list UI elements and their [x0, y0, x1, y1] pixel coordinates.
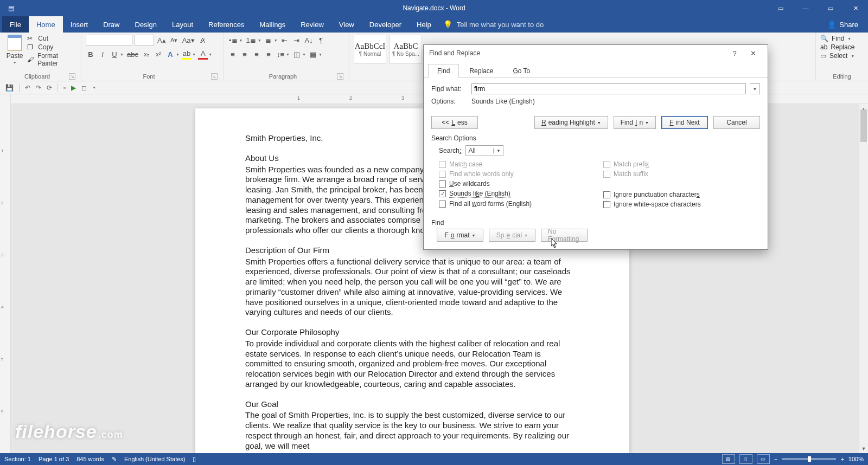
paragraph-launcher[interactable]: ↘: [337, 73, 343, 80]
dialog-tab-find[interactable]: Find: [428, 64, 459, 78]
ribbon-display-options[interactable]: ▭: [768, 0, 793, 16]
zoom-out-button[interactable]: −: [774, 456, 777, 462]
bullets-button[interactable]: •≣▼: [228, 35, 243, 46]
qat-refresh-icon[interactable]: ⟳: [47, 84, 52, 92]
vertical-ruler[interactable]: 1 2 3 4 5 6: [0, 94, 11, 453]
strikethrough-button[interactable]: abc: [126, 49, 139, 60]
superscript-button[interactable]: x²: [154, 49, 163, 60]
font-size-combo[interactable]: [135, 35, 154, 46]
status-spellcheck-icon[interactable]: ✎: [112, 456, 117, 463]
all-word-forms-checkbox[interactable]: Find all word forms (English): [439, 200, 596, 208]
shading-button[interactable]: ◫▼: [292, 49, 306, 60]
tab-view[interactable]: View: [331, 16, 362, 33]
view-web-layout[interactable]: ▭: [757, 454, 770, 464]
use-wildcards-checkbox[interactable]: Use wildcards: [439, 180, 596, 188]
dialog-help-button[interactable]: ?: [725, 45, 744, 61]
find-next-button[interactable]: Find Next: [661, 116, 708, 129]
text-effects-button[interactable]: A▼: [165, 49, 180, 60]
status-section[interactable]: Section: 1: [4, 456, 31, 462]
sounds-like-checkbox[interactable]: ✓Sounds like (English): [439, 190, 596, 198]
dialog-tab-goto[interactable]: Go To: [503, 64, 539, 78]
select-button[interactable]: ▭Select ▼: [820, 52, 864, 60]
tell-me-search[interactable]: 💡 Tell me what you want to do: [443, 16, 544, 33]
tab-file[interactable]: File: [2, 16, 29, 33]
format-button[interactable]: Format▼: [437, 229, 483, 242]
shrink-font-button[interactable]: A▾: [169, 35, 179, 46]
tab-design[interactable]: Design: [127, 16, 164, 33]
find-what-input[interactable]: [471, 83, 746, 94]
align-right-button[interactable]: ≡: [252, 49, 261, 60]
tab-home[interactable]: Home: [29, 16, 63, 33]
subscript-button[interactable]: x₂: [142, 49, 151, 60]
sort-button[interactable]: A↓: [304, 35, 314, 46]
tab-draw[interactable]: Draw: [95, 16, 127, 33]
maximize-button[interactable]: ▭: [818, 0, 843, 16]
replace-button[interactable]: abReplace: [820, 43, 864, 51]
clipboard-launcher[interactable]: ↘: [69, 73, 75, 80]
show-marks-button[interactable]: ¶: [316, 35, 326, 46]
italic-button[interactable]: I: [98, 49, 107, 60]
close-window-button[interactable]: ✕: [843, 0, 868, 16]
dialog-titlebar[interactable]: Find and Replace ? ✕: [424, 45, 768, 61]
tab-mailings[interactable]: Mailings: [252, 16, 293, 33]
borders-button[interactable]: ▦▼: [308, 49, 322, 60]
grow-font-button[interactable]: A▴: [156, 35, 167, 46]
copy-button[interactable]: ❐Copy: [27, 43, 76, 51]
scroll-thumb[interactable]: [860, 109, 867, 142]
status-words[interactable]: 845 words: [76, 456, 104, 462]
format-painter-button[interactable]: 🖌Format Painter: [27, 52, 76, 67]
dialog-tab-replace[interactable]: Replace: [460, 64, 502, 78]
font-launcher[interactable]: ↘: [211, 73, 218, 80]
line-spacing-button[interactable]: ↕≡▼: [276, 49, 290, 60]
ignore-punctuation-checkbox[interactable]: Ignore punctuation characters: [603, 191, 760, 198]
status-macro-icon[interactable]: ▯: [193, 456, 196, 463]
zoom-in-button[interactable]: +: [840, 456, 844, 462]
cancel-button[interactable]: Cancel: [713, 116, 760, 129]
less-button[interactable]: << Less: [431, 116, 478, 129]
decrease-indent-button[interactable]: ⇤: [280, 35, 290, 46]
qat-save-icon[interactable]: 💾: [5, 84, 14, 92]
view-read-mode[interactable]: ▤: [722, 454, 735, 464]
qat-play-icon[interactable]: ▶: [71, 84, 76, 92]
find-what-dropdown[interactable]: ▼: [750, 83, 760, 94]
tab-help[interactable]: Help: [409, 16, 439, 33]
status-page[interactable]: Page 1 of 3: [39, 456, 69, 462]
increase-indent-button[interactable]: ⇥: [292, 35, 302, 46]
reading-highlight-button[interactable]: Reading Highlight▼: [534, 116, 608, 129]
find-in-button[interactable]: Find In▼: [614, 116, 656, 129]
style-normal[interactable]: AaBbCcI ¶ Normal: [354, 35, 386, 64]
clear-formatting-button[interactable]: A̷: [198, 35, 208, 46]
tab-insert[interactable]: Insert: [63, 16, 96, 33]
special-button[interactable]: Special▼: [489, 229, 535, 242]
font-name-combo[interactable]: [86, 35, 132, 46]
underline-button[interactable]: U▼: [110, 49, 124, 60]
tab-review[interactable]: Review: [293, 16, 331, 33]
qat-redo-icon[interactable]: ↷: [36, 84, 41, 92]
bold-button[interactable]: B: [86, 49, 95, 60]
paste-button[interactable]: Paste ▼: [4, 35, 25, 64]
search-direction-select[interactable]: All ▼: [465, 145, 503, 156]
numbering-button[interactable]: 1≣▼: [245, 35, 261, 46]
change-case-button[interactable]: Aa▾: [181, 35, 196, 46]
vertical-scrollbar[interactable]: ▲ ▼: [859, 104, 868, 453]
align-center-button[interactable]: ≡: [240, 49, 250, 60]
view-print-layout[interactable]: ▯: [739, 454, 752, 464]
zoom-level[interactable]: 100%: [848, 456, 864, 462]
share-button[interactable]: 👤 Share: [820, 16, 866, 33]
highlight-button[interactable]: ab▼: [182, 49, 196, 60]
multilevel-list-button[interactable]: ≣▼: [264, 35, 278, 46]
status-language[interactable]: English (United States): [124, 456, 186, 462]
justify-button[interactable]: ≡: [264, 49, 273, 60]
qat-new-icon[interactable]: ▫: [63, 84, 66, 92]
font-color-button[interactable]: A▼: [198, 49, 212, 60]
tab-developer[interactable]: Developer: [362, 16, 409, 33]
cut-button[interactable]: ✂Cut: [27, 35, 76, 42]
style-no-spacing[interactable]: AaBbC ¶ No Spa...: [390, 35, 422, 64]
dialog-close-button[interactable]: ✕: [744, 45, 762, 61]
tab-references[interactable]: References: [201, 16, 252, 33]
scroll-down-arrow[interactable]: ▼: [859, 444, 868, 453]
minimize-button[interactable]: —: [793, 0, 818, 16]
qat-stop-icon[interactable]: ◻: [81, 84, 87, 92]
find-button[interactable]: 🔍Find ▼: [820, 35, 864, 42]
tab-layout[interactable]: Layout: [164, 16, 201, 33]
